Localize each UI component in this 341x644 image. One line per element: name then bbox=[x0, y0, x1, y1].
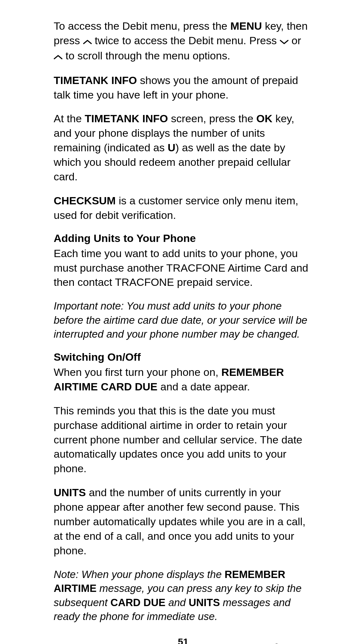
up-arrow-icon bbox=[83, 34, 92, 49]
units-label: UNITS bbox=[188, 597, 220, 608]
text: to scroll through the menu options. bbox=[63, 50, 230, 62]
paragraph-timetank-screen: At the TIMETANK INFO screen, press the O… bbox=[54, 111, 313, 184]
paragraph-units: UNITS and the number of units currently … bbox=[54, 485, 313, 558]
paragraph-reminder: This reminds you that this is the date y… bbox=[54, 404, 313, 476]
down-arrow-icon bbox=[280, 34, 289, 49]
paragraph-checksum: CHECKSUM is a customer service only menu… bbox=[54, 194, 313, 223]
important-note: Important note: You must add units to yo… bbox=[54, 299, 313, 341]
text: At the bbox=[54, 112, 85, 124]
note-remember-airtime: Note: When your phone displays the REMEM… bbox=[54, 568, 313, 624]
paragraph-switch-on: When you first turn your phone on, REMEM… bbox=[54, 365, 313, 394]
text: screen, press the bbox=[168, 112, 256, 124]
ok-key-label: OK bbox=[256, 112, 272, 124]
heading-adding-units: Adding Units to Your Phone bbox=[54, 232, 313, 244]
document-page: To access the Debit menu, press the MENU… bbox=[0, 0, 341, 644]
timetank-info-label: TIMETANK INFO bbox=[85, 112, 168, 124]
text: Note: When your phone displays the bbox=[54, 569, 224, 580]
timetank-info-label: TIMETANK INFO bbox=[54, 74, 137, 86]
checksum-label: CHECKSUM bbox=[54, 195, 116, 207]
text: twice to access the Debit menu. Press bbox=[92, 34, 280, 46]
heading-switching: Switching On/Off bbox=[54, 351, 313, 363]
menu-key-label: MENU bbox=[230, 20, 262, 32]
footer-title: Menu features bbox=[244, 642, 313, 644]
up-arrow-icon bbox=[54, 49, 63, 64]
units-label: UNITS bbox=[54, 486, 86, 498]
card-due-label: CARD DUE bbox=[111, 597, 165, 608]
text: and a date appear. bbox=[158, 381, 250, 393]
text: To access the Debit menu, press the bbox=[54, 20, 230, 32]
paragraph-debit-access: To access the Debit menu, press the MENU… bbox=[54, 19, 313, 64]
paragraph-timetank-info: TIMETANK INFO shows you the amount of pr… bbox=[54, 73, 313, 102]
text: When you first turn your phone on, bbox=[54, 366, 221, 378]
paragraph-adding-units: Each time you want to add units to your … bbox=[54, 246, 313, 290]
text: and bbox=[165, 597, 188, 608]
text: and the number of units currently in you… bbox=[54, 486, 306, 557]
text: or bbox=[289, 34, 301, 46]
units-indicator: U bbox=[168, 141, 176, 153]
